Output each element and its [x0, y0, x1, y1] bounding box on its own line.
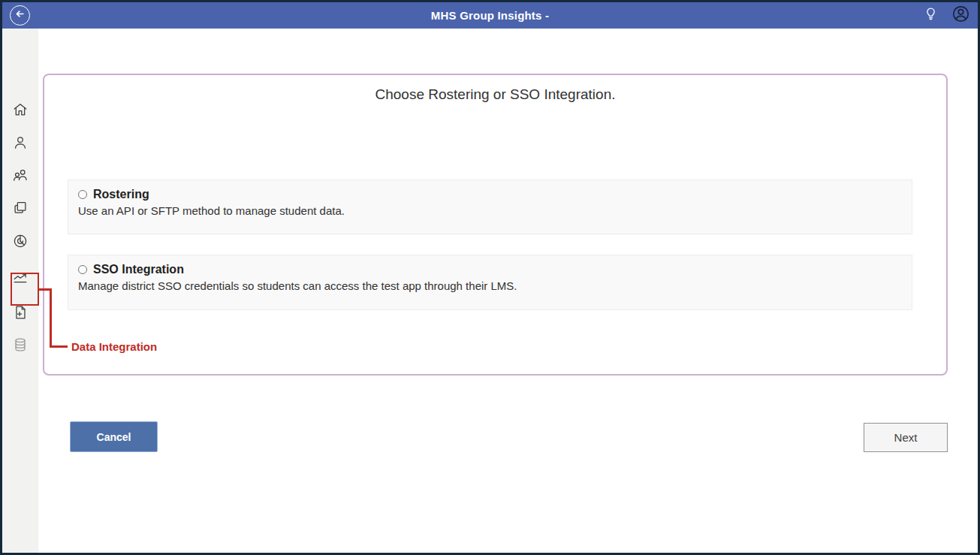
lightbulb-icon	[923, 6, 939, 25]
option-sso-integration[interactable]: SSO Integration Manage district SSO cred…	[68, 255, 912, 310]
annotation-connector	[50, 345, 68, 348]
database-icon	[12, 336, 29, 356]
annotation-label: Data Integration	[71, 340, 157, 353]
sidebar-item-reports[interactable]	[11, 234, 29, 252]
sidebar-item-assessments[interactable]	[11, 201, 29, 219]
annotation-highlight-box	[11, 273, 39, 306]
cancel-button[interactable]: Cancel	[70, 421, 158, 452]
app-window: MHS Group Insights -	[0, 0, 980, 555]
sidebar-item-database[interactable]	[11, 337, 29, 355]
sso-integration-label: SSO Integration	[93, 263, 184, 276]
next-button[interactable]: Next	[864, 423, 948, 452]
sidebar-item-data-integration[interactable]	[11, 305, 29, 323]
copies-icon	[12, 200, 29, 219]
pie-chart-icon	[12, 233, 29, 252]
account-button[interactable]	[951, 6, 970, 26]
option-rostering[interactable]: Rostering Use an API or SFTP method to m…	[68, 179, 912, 234]
document-add-icon	[12, 304, 29, 324]
back-arrow-icon	[14, 8, 26, 23]
home-icon	[12, 101, 29, 121]
rostering-description: Use an API or SFTP method to manage stud…	[78, 204, 902, 217]
rostering-label: Rostering	[93, 188, 149, 201]
sidebar-item-groups[interactable]	[11, 168, 29, 186]
window-title: MHS Group Insights -	[2, 9, 978, 22]
page-title: Choose Rostering or SSO Integration.	[44, 86, 946, 103]
sso-integration-description: Manage district SSO credentials so stude…	[78, 279, 902, 292]
ideas-button[interactable]	[921, 6, 940, 26]
rostering-radio[interactable]	[78, 190, 87, 199]
sidebar-item-home[interactable]	[11, 102, 29, 120]
back-button[interactable]	[10, 5, 30, 26]
integration-choice-panel: Choose Rostering or SSO Integration. Ros…	[43, 74, 948, 376]
top-bar: MHS Group Insights -	[2, 2, 978, 29]
person-icon	[12, 134, 29, 154]
person-circle-icon	[951, 5, 970, 26]
annotation-connector	[39, 288, 50, 291]
annotation-connector	[50, 288, 52, 347]
sidebar-item-user[interactable]	[11, 135, 29, 153]
people-icon	[12, 167, 29, 187]
sso-integration-radio[interactable]	[78, 265, 87, 274]
